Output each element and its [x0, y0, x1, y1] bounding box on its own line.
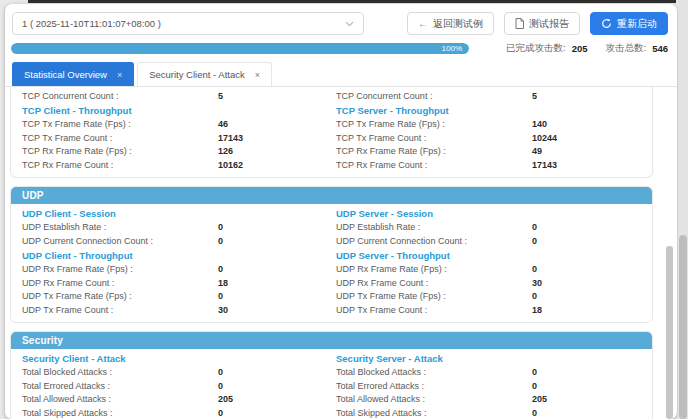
stat-row: UDP Rx Frame Count :18	[22, 276, 332, 290]
stat-label: UDP Rx Frame Rate (Fps) :	[22, 264, 218, 274]
stat-value: 0	[218, 408, 223, 418]
stat-value: 0	[218, 236, 223, 246]
stat-value: 5	[218, 91, 223, 101]
stat-row: UDP Rx Frame Rate (Fps) :0	[336, 263, 642, 277]
stat-row: TCP Tx Frame Count :17143	[22, 131, 332, 145]
stat-value: 0	[532, 381, 537, 391]
tab-security-client-attack[interactable]: Security Client - Attack ×	[137, 62, 272, 86]
stat-row: Total Errored Attacks :0	[22, 379, 332, 393]
stat-row: UDP Rx Frame Rate (Fps) :0	[22, 263, 332, 277]
tab-bar: Statistical Overview × Security Client -…	[5, 55, 677, 87]
stat-row: UDP Tx Frame Rate (Fps) :0	[336, 290, 642, 304]
stat-value: 0	[532, 264, 537, 274]
stat-row: TCP Rx Frame Rate (Fps) :49	[336, 145, 642, 159]
stat-label: UDP Current Connection Count :	[336, 236, 532, 246]
tab-statistical-overview[interactable]: Statistical Overview ×	[12, 62, 134, 86]
attack-progress-bar: 100%	[11, 43, 469, 54]
stat-value: 0	[532, 291, 537, 301]
stat-value: 30	[218, 305, 228, 315]
stat-label: TCP Tx Frame Rate (Fps) :	[336, 119, 532, 129]
test-report-label: 测试报告	[529, 17, 569, 31]
progress-percent-label: 100%	[442, 44, 462, 53]
restart-button[interactable]: 重新启动	[590, 12, 668, 35]
stat-label: Total Skipped Attacks :	[336, 408, 532, 418]
total-attacks-value: 546	[652, 43, 668, 54]
stats-column-left: TCP Concurrent Count :5TCP Client - Thro…	[22, 89, 332, 172]
stat-label: UDP Establish Rate :	[22, 222, 218, 232]
stat-value: 18	[218, 278, 228, 288]
stat-row: UDP Rx Frame Count :30	[336, 276, 642, 290]
stats-card: TCP Concurrent Count :5TCP Client - Thro…	[10, 87, 653, 178]
stat-label: TCP Rx Frame Count :	[22, 160, 218, 170]
stat-row: Total Blocked Attacks :0	[336, 366, 642, 380]
section-body: Security Client - AttackTotal Blocked At…	[11, 349, 652, 419]
stat-row: UDP Tx Frame Count :30	[22, 303, 332, 317]
stat-row: TCP Tx Frame Count :10244	[336, 131, 642, 145]
stat-label: TCP Rx Frame Count :	[336, 160, 532, 170]
stats-column-left: UDP Client - SessionUDP Establish Rate :…	[22, 206, 332, 317]
document-icon	[515, 18, 524, 29]
stat-value: 17143	[532, 160, 557, 170]
stat-label: TCP Concurrent Count :	[22, 91, 218, 101]
test-run-select[interactable]: 1 ( 2025-11-10T11:01:07+08:00 )	[12, 12, 364, 35]
test-run-select-value: 1 ( 2025-11-10T11:01:07+08:00 )	[22, 18, 161, 29]
stat-label: UDP Rx Frame Count :	[336, 278, 532, 288]
stat-label: UDP Tx Frame Rate (Fps) :	[22, 291, 218, 301]
group-subheader: UDP Server - Session	[336, 207, 642, 221]
page-scrollbar	[678, 0, 688, 419]
attack-progress-fill: 100%	[11, 43, 469, 54]
stat-value: 46	[218, 119, 228, 129]
stat-label: Total Allowed Attacks :	[22, 394, 218, 404]
content-scrollbar	[666, 84, 673, 419]
total-attacks-label: 攻击总数:	[606, 42, 647, 55]
tab-close-icon[interactable]: ×	[255, 70, 260, 80]
group-subheader: UDP Server - Throughput	[336, 249, 642, 263]
stat-row: TCP Rx Frame Count :10162	[22, 158, 332, 172]
stat-value: 140	[532, 119, 547, 129]
tab-close-icon[interactable]: ×	[117, 70, 122, 80]
section-title: Security	[11, 332, 652, 349]
stat-row: TCP Concurrent Count :5	[336, 89, 642, 103]
stat-value: 0	[532, 367, 537, 377]
completed-attacks-value: 205	[572, 43, 588, 54]
stats-column-right: TCP Concurrent Count :5TCP Server - Thro…	[332, 89, 642, 172]
stat-label: UDP Rx Frame Rate (Fps) :	[336, 264, 532, 274]
stat-label: UDP Establish Rate :	[336, 222, 532, 232]
stat-row: UDP Current Connection Count :0	[22, 234, 332, 248]
stats-card: SecuritySecurity Client - AttackTotal Bl…	[10, 331, 653, 419]
restart-icon	[601, 18, 612, 29]
progress-row: 100% 已完成攻击数: 205 攻击总数: 546	[11, 42, 668, 55]
stat-value: 0	[532, 236, 537, 246]
stat-row: Total Allowed Attacks :205	[336, 393, 642, 407]
browser-edge-strip	[28, 0, 676, 3]
back-to-testcase-label: 返回测试例	[433, 17, 483, 31]
back-to-testcase-button[interactable]: ← 返回测试例	[407, 12, 494, 35]
stats-content[interactable]: TCP Concurrent Count :5TCP Client - Thro…	[5, 87, 677, 419]
stat-label: UDP Tx Frame Rate (Fps) :	[336, 291, 532, 301]
stat-label: TCP Rx Frame Rate (Fps) :	[336, 146, 532, 156]
stat-row: Total Allowed Attacks :205	[22, 393, 332, 407]
stat-value: 126	[218, 146, 233, 156]
stats-column-right: Security Server - AttackTotal Blocked At…	[332, 351, 642, 419]
test-report-button[interactable]: 测试报告	[504, 12, 580, 35]
completed-attacks-label: 已完成攻击数:	[506, 42, 566, 55]
stat-value: 0	[218, 264, 223, 274]
stat-label: Total Errored Attacks :	[336, 381, 532, 391]
stat-row: UDP Tx Frame Count :18	[336, 303, 642, 317]
page-scrollbar-thumb[interactable]	[679, 235, 687, 419]
main-panel: 1 ( 2025-11-10T11:01:07+08:00 ) ← 返回测试例 …	[5, 4, 677, 419]
stat-value: 205	[218, 394, 233, 404]
content-scrollbar-thumb[interactable]	[666, 246, 673, 419]
stat-value: 5	[532, 91, 537, 101]
stat-row: Total Skipped Attacks :0	[22, 406, 332, 419]
stat-row: TCP Rx Frame Count :17143	[336, 158, 642, 172]
stat-label: TCP Tx Frame Count :	[336, 133, 532, 143]
stat-value: 205	[532, 394, 547, 404]
stat-row: Total Skipped Attacks :0	[336, 406, 642, 419]
attack-stats: 已完成攻击数: 205 攻击总数: 546	[506, 42, 668, 55]
group-subheader: UDP Client - Throughput	[22, 249, 332, 263]
section-body: TCP Concurrent Count :5TCP Client - Thro…	[11, 87, 652, 177]
stat-label: Total Allowed Attacks :	[336, 394, 532, 404]
header-bar: 1 ( 2025-11-10T11:01:07+08:00 ) ← 返回测试例 …	[5, 4, 677, 35]
group-subheader: Security Client - Attack	[22, 352, 332, 366]
